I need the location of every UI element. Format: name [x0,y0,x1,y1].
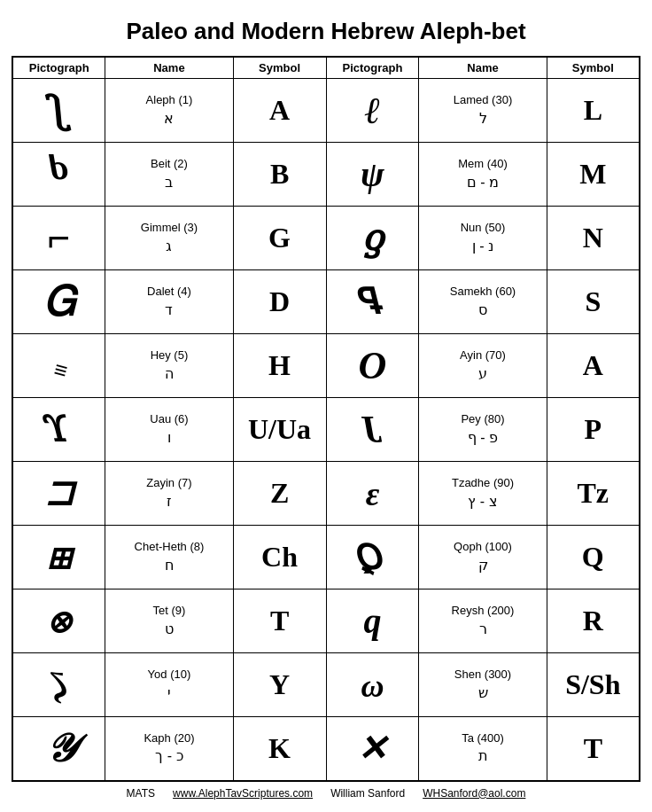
left-name-3: Dalet (4)ד [105,270,233,334]
left-pictograph-3: Ꮐ [12,270,105,334]
right-pictograph-5: J [326,398,419,462]
left-symbol-0: A [233,79,326,143]
footer-email[interactable]: WHSanford@aol.com [423,787,525,800]
footer-org: MATS [127,787,155,800]
header-symbol-1: Symbol [233,57,326,79]
right-pictograph-10: ✕ [326,717,419,781]
left-name-10: Kaph (20)כ - ך [105,717,233,781]
left-pictograph-4: ≡ [12,334,105,398]
right-name-9: Shen (300)ש [419,653,547,717]
page-title: Paleo and Modern Hebrew Aleph-bet [126,18,525,45]
left-name-5: Uau (6)ו [105,398,233,462]
right-name-2: Nun (50)נ - ן [419,207,547,270]
right-symbol-2: N [547,207,640,270]
right-symbol-10: T [547,717,640,781]
table-row: ⊞ Chet-Heth (8)ח Ch Ꝗ Qoph (100)ק Q [12,526,640,589]
header-pictograph-1: Pictograph [12,57,105,79]
right-pictograph-1: ψ [326,143,419,207]
left-pictograph-6: ⊐ [12,462,105,526]
table-row: ⊗ Tet (9)ט T q Reysh (200)ר R [12,589,640,653]
footer: MATS www.AlephTavScriptures.com William … [127,787,526,800]
left-symbol-2: G [233,207,326,270]
table-row: ϒ Uau (6)ו U/Ua J Pey (80)פ - ף P [12,398,640,462]
right-symbol-5: P [547,398,640,462]
left-symbol-6: Z [233,462,326,526]
left-pictograph-8: ⊗ [12,589,105,653]
right-symbol-9: S/Sh [547,653,640,717]
table-row: ⌐ Gimmel (3)ג G ƍ Nun (50)נ - ן N [12,207,640,270]
left-pictograph-9: ζ [12,653,105,717]
right-symbol-4: A [547,334,640,398]
left-symbol-1: B [233,143,326,207]
table-row: ʃ Aleph (1)א A ℓ Lamed (30)ל L [12,79,640,143]
right-name-4: Ayin (70)ע [419,334,547,398]
table-row: ≡ Hey (5)ה H O Ayin (70)ע A [12,334,640,398]
right-name-0: Lamed (30)ל [419,79,547,143]
left-symbol-3: D [233,270,326,334]
table-row: 𝒴 Kaph (20)כ - ך K ✕ Ta (400)ת T [12,717,640,781]
footer-website[interactable]: www.AlephTavScriptures.com [173,787,313,800]
header-name-2: Name [419,57,547,79]
left-name-4: Hey (5)ה [105,334,233,398]
right-symbol-6: Tz [547,462,640,526]
right-name-3: Samekh (60)ס [419,270,547,334]
right-name-10: Ta (400)ת [419,717,547,781]
right-symbol-8: R [547,589,640,653]
left-pictograph-0: ʃ [12,79,105,143]
right-pictograph-7: Ꝗ [326,526,419,589]
footer-author: William Sanford [330,787,405,800]
right-pictograph-8: q [326,589,419,653]
right-name-6: Tzadhe (90)צ - ץ [419,462,547,526]
right-symbol-1: M [547,143,640,207]
left-symbol-7: Ch [233,526,326,589]
left-symbol-9: Y [233,653,326,717]
right-pictograph-3: Ꝑ [326,270,419,334]
left-name-9: Yod (10)י [105,653,233,717]
right-pictograph-2: ƍ [326,207,419,270]
right-symbol-0: L [547,79,640,143]
left-name-6: Zayin (7)ז [105,462,233,526]
right-symbol-7: Q [547,526,640,589]
table-row: Ꮐ Dalet (4)ד D Ꝑ Samekh (60)ס S [12,270,640,334]
aleph-bet-table: Pictograph Name Symbol Pictograph Name S… [12,56,640,782]
right-pictograph-0: ℓ [326,79,419,143]
left-name-8: Tet (9)ט [105,589,233,653]
left-symbol-10: K [233,717,326,781]
left-name-2: Gimmel (3)ג [105,207,233,270]
table-row: ρ Beit (2)ב B ψ Mem (40)מ - ם M [12,143,640,207]
left-name-1: Beit (2)ב [105,143,233,207]
left-name-0: Aleph (1)א [105,79,233,143]
left-pictograph-2: ⌐ [12,207,105,270]
left-symbol-4: H [233,334,326,398]
right-pictograph-9: ω [326,653,419,717]
right-name-1: Mem (40)מ - ם [419,143,547,207]
left-pictograph-5: ϒ [12,398,105,462]
right-pictograph-6: ε [326,462,419,526]
header-symbol-2: Symbol [547,57,640,79]
left-symbol-5: U/Ua [233,398,326,462]
header-pictograph-2: Pictograph [326,57,419,79]
right-name-8: Reysh (200)ר [419,589,547,653]
header-name-1: Name [105,57,233,79]
table-row: ζ Yod (10)י Y ω Shen (300)ש S/Sh [12,653,640,717]
right-name-5: Pey (80)פ - ף [419,398,547,462]
left-name-7: Chet-Heth (8)ח [105,526,233,589]
right-symbol-3: S [547,270,640,334]
left-pictograph-7: ⊞ [12,526,105,589]
right-pictograph-4: O [326,334,419,398]
left-pictograph-1: ρ [12,143,105,207]
right-name-7: Qoph (100)ק [419,526,547,589]
table-row: ⊐ Zayin (7)ז Z ε Tzadhe (90)צ - ץ Tz [12,462,640,526]
left-symbol-8: T [233,589,326,653]
left-pictograph-10: 𝒴 [12,717,105,781]
